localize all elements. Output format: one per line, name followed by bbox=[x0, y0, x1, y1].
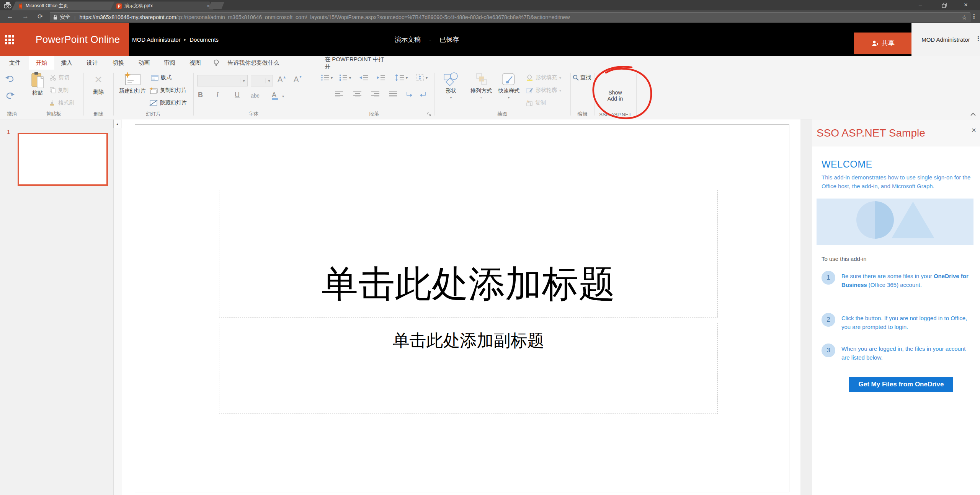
cut-button[interactable]: 剪切 bbox=[50, 74, 69, 81]
find-button[interactable]: 查找 bbox=[573, 74, 591, 81]
tab-home[interactable]: 开始 bbox=[29, 56, 54, 70]
account-menu[interactable]: MOD Administrator bbox=[911, 23, 980, 56]
welcome-heading: WELCOME bbox=[822, 159, 872, 170]
bookmark-star-icon[interactable]: ☆ bbox=[962, 14, 967, 21]
chevron-down-icon: ▾ bbox=[349, 76, 351, 80]
redo-icon[interactable] bbox=[5, 91, 15, 99]
thumbnail-scroll-up-button[interactable]: ▲ bbox=[113, 120, 121, 128]
browser-titlebar: Microsoft Office 主页 × P 演示文稿.pptx × – × bbox=[0, 0, 980, 10]
font-size-combobox[interactable]: ▾ bbox=[251, 75, 273, 86]
browser-menu-icon[interactable]: ⋮ bbox=[971, 13, 977, 20]
window-minimize-button[interactable]: – bbox=[919, 1, 922, 8]
underline-button[interactable]: U bbox=[235, 91, 240, 99]
back-button[interactable]: ← bbox=[7, 13, 13, 20]
reload-button[interactable]: ⟳ bbox=[38, 13, 43, 21]
scroll-up-arrow-icon: ▲ bbox=[116, 122, 119, 126]
font-color-chevron-icon[interactable]: ▾ bbox=[282, 94, 284, 98]
delete-button[interactable]: × 删除 bbox=[89, 72, 108, 96]
undo-icon[interactable] bbox=[5, 74, 15, 83]
show-addin-button[interactable]: Show Add-in bbox=[598, 90, 633, 102]
left-to-right-button[interactable] bbox=[406, 91, 413, 97]
chevron-down-icon: ▾ bbox=[406, 76, 408, 80]
align-right-button[interactable] bbox=[371, 91, 380, 97]
tab-transitions[interactable]: 切换 bbox=[108, 56, 129, 70]
screen: Microsoft Office 主页 × P 演示文稿.pptx × – × … bbox=[0, 0, 980, 495]
title-placeholder[interactable]: 单击此处添加标题 bbox=[219, 190, 718, 318]
window-close-button[interactable]: × bbox=[964, 1, 968, 9]
slide-thumbnail-selected[interactable] bbox=[18, 133, 108, 186]
numbering-button[interactable]: ▾ bbox=[339, 74, 351, 81]
office-logo-block: PowerPoint Online bbox=[0, 23, 129, 56]
justify-button[interactable] bbox=[389, 91, 397, 97]
shape-fill-button[interactable]: 形状填充 ▾ bbox=[526, 74, 561, 81]
subtitle-placeholder[interactable]: 单击此处添加副标题 bbox=[219, 323, 718, 414]
header-overflow-icon[interactable]: ⋮ bbox=[975, 35, 980, 42]
share-label: 共享 bbox=[882, 39, 895, 48]
office-favicon bbox=[18, 3, 23, 9]
app-launcher-waffle-icon[interactable] bbox=[5, 35, 14, 44]
tab-file[interactable]: 文件 bbox=[5, 56, 25, 70]
shrink-font-button[interactable]: A▲ bbox=[294, 75, 302, 84]
browser-tab-office-home[interactable]: Microsoft Office 主页 × bbox=[11, 2, 119, 10]
copy-button[interactable]: 复制 bbox=[50, 87, 69, 94]
show-addin-label-line1: Show bbox=[608, 90, 622, 96]
line-spacing-button[interactable]: ▾ bbox=[395, 74, 408, 81]
drawing-duplicate-button[interactable]: 复制 bbox=[526, 99, 546, 106]
browser-tab-presentation[interactable]: P 演示文稿.pptx × bbox=[110, 2, 214, 10]
tab-insert[interactable]: 插入 bbox=[56, 56, 77, 70]
font-color-button[interactable]: A bbox=[272, 91, 278, 100]
thumbnail-scrollbar[interactable] bbox=[113, 119, 122, 495]
address-bar[interactable]: 安全 | https://m365x810646-my.sharepoint.c… bbox=[50, 12, 970, 22]
duplicate-slide-button[interactable]: 复制幻灯片 bbox=[149, 87, 187, 94]
hide-slide-button[interactable]: 隐藏幻灯片 bbox=[149, 99, 187, 106]
delete-group: × 删除 删除 bbox=[83, 70, 113, 119]
font-name-combobox[interactable]: ▾ bbox=[197, 75, 248, 86]
shapes-button[interactable]: 形状 ▾ bbox=[440, 72, 462, 99]
tab-animations[interactable]: 动画 bbox=[134, 56, 154, 70]
align-left-button[interactable] bbox=[335, 91, 343, 97]
bullets-button[interactable]: ▾ bbox=[321, 74, 333, 81]
grow-font-button[interactable]: A▲ bbox=[278, 75, 286, 84]
new-slide-button[interactable]: 新建幻灯片 bbox=[117, 72, 148, 94]
decrease-indent-button[interactable] bbox=[359, 74, 368, 81]
arrange-icon bbox=[474, 72, 488, 87]
increase-indent-button[interactable] bbox=[376, 74, 385, 81]
welcome-text: This add-in demonstrates how to use sing… bbox=[822, 173, 978, 191]
right-to-left-button[interactable] bbox=[420, 91, 426, 97]
font-group: ▾ ▾ A▲ A▲ B I U abc A ▾ 字体 bbox=[193, 70, 314, 119]
font-color-letter: A bbox=[272, 91, 276, 99]
breadcrumb-user[interactable]: MOD Administrator bbox=[132, 36, 181, 43]
forward-button[interactable]: → bbox=[22, 13, 29, 20]
share-button[interactable]: 共享 bbox=[854, 33, 911, 54]
collapse-ribbon-button[interactable] bbox=[970, 112, 976, 116]
tell-me-box[interactable]: 告诉我你想要做什么 bbox=[223, 56, 284, 70]
italic-button[interactable]: I bbox=[216, 91, 219, 99]
quick-styles-button[interactable]: 快速样式 ▾ bbox=[496, 72, 522, 99]
quick-styles-icon bbox=[501, 72, 517, 87]
tab-view[interactable]: 视图 bbox=[185, 56, 206, 70]
window-restore-button[interactable] bbox=[942, 3, 947, 8]
arrange-button[interactable]: 排列方式 ▾ bbox=[468, 72, 494, 99]
tab-review[interactable]: 审阅 bbox=[159, 56, 180, 70]
taskpane-close-icon[interactable]: × bbox=[972, 125, 976, 135]
sso-addin-group: Show Add-in SSO ASP.NET bbox=[595, 70, 636, 119]
align-center-button[interactable] bbox=[353, 91, 362, 97]
tab-design[interactable]: 设计 bbox=[82, 56, 103, 70]
undo-group: 撤消 bbox=[0, 70, 24, 119]
slide[interactable]: 单击此处添加标题 单击此处添加副标题 bbox=[135, 124, 789, 492]
paste-button[interactable]: 粘贴 bbox=[28, 72, 47, 96]
group-label: 绘图 bbox=[434, 111, 570, 117]
shapes-icon bbox=[443, 72, 459, 87]
strikethrough-button[interactable]: abc bbox=[251, 93, 260, 99]
breadcrumb-location[interactable]: Documents bbox=[189, 36, 219, 43]
new-tab-button[interactable] bbox=[208, 2, 224, 9]
get-files-button[interactable]: Get My Files from OneDrive bbox=[849, 377, 953, 392]
text-direction-button[interactable]: ▾ bbox=[416, 74, 428, 81]
layout-button[interactable]: 版式 bbox=[151, 74, 172, 81]
bold-button[interactable]: B bbox=[198, 91, 203, 99]
group-divider bbox=[636, 73, 637, 116]
open-in-powerpoint-button[interactable]: 在 POWERPOINT 中打开 bbox=[325, 56, 390, 70]
secure-lock-icon bbox=[53, 15, 57, 20]
format-painter-button[interactable]: 格式刷 bbox=[50, 99, 74, 106]
shape-outline-button[interactable]: 形状轮廓 ▾ bbox=[526, 87, 561, 94]
